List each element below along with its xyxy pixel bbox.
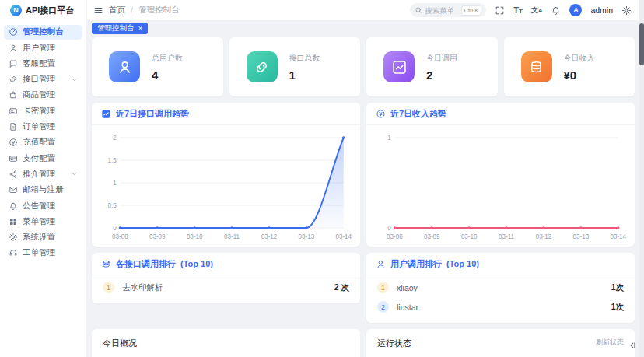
run-status-panel: 运行状态 刷新状态 xyxy=(366,329,635,357)
sidebar-item-ticket-mgmt[interactable]: 工单管理 xyxy=(4,246,82,261)
sidebar-item-support-config[interactable]: 客服配置 xyxy=(4,57,82,72)
collapse-panel-icon[interactable] xyxy=(627,340,638,351)
sidebar-item-recharge-config[interactable]: 充值配置 xyxy=(4,135,82,150)
sidebar-item-mail-register[interactable]: 邮箱与注册 xyxy=(4,183,82,198)
calls-trend-chart: 00.511.5203-0803-0903-1003-1103-1203-130… xyxy=(92,125,360,247)
stats-row: 总用户数4接口总数1今日调用2今日收入¥0 xyxy=(92,37,635,96)
today-overview-title: 今日概况 xyxy=(103,338,137,349)
trend-icon xyxy=(383,51,415,82)
svg-text:03-13: 03-13 xyxy=(299,233,315,240)
chart-icon xyxy=(101,109,111,119)
user-icon xyxy=(109,51,140,82)
sidebar-menu: 管理控制台用户管理客服配置接口管理商品管理卡密管理订单管理充值配置支付配置推介管… xyxy=(0,20,86,261)
coin-icon xyxy=(376,109,386,119)
sidebar-item-user-mgmt[interactable]: 用户管理 xyxy=(4,40,82,55)
search-input[interactable] xyxy=(425,6,458,15)
stat-value: 1 xyxy=(289,68,320,82)
rank-badge: 2 xyxy=(377,301,389,313)
sidebar-item-menu-mgmt[interactable]: 菜单管理 xyxy=(4,215,82,229)
content: 总用户数4接口总数1今日调用2今日收入¥0 近7日接口调用趋势 00.511.5… xyxy=(87,34,639,357)
app-logo-icon: N xyxy=(10,5,22,16)
svg-text:03-13: 03-13 xyxy=(573,233,590,240)
svg-text:03-09: 03-09 xyxy=(149,233,166,240)
bag-icon xyxy=(9,90,18,100)
settings-icon[interactable] xyxy=(621,5,632,16)
sidebar-item-label: 商品管理 xyxy=(23,89,55,100)
notifications-icon[interactable] xyxy=(551,5,561,16)
sidebar-item-label: 菜单管理 xyxy=(23,216,55,227)
user-icon xyxy=(376,259,386,269)
breadcrumb-separator: / xyxy=(131,5,133,15)
api-ranking-top-label: (Top 10) xyxy=(180,259,213,268)
sidebar-item-label: 管理控制台 xyxy=(23,26,64,37)
top-header: 首页 / 管理控制台 Ctrl K TT 文A A admin xyxy=(87,0,639,20)
sidebar-item-announcement[interactable]: 公告管理 xyxy=(4,198,82,213)
font-size-icon[interactable]: TT xyxy=(513,6,523,15)
breadcrumb-home[interactable]: 首页 xyxy=(109,5,125,16)
income-trend-chart: 0103-0803-0903-1003-1103-1203-1303-14 xyxy=(366,125,635,247)
rank-count: 1次 xyxy=(611,302,624,313)
sidebar-item-system-settings[interactable]: 系统设置 xyxy=(4,230,82,245)
fullscreen-icon[interactable] xyxy=(495,5,505,16)
share-icon xyxy=(9,170,18,179)
ranking-row: 1xliaoy1次 xyxy=(377,278,624,297)
sidebar-item-label: 接口管理 xyxy=(23,74,55,85)
rank-count: 1次 xyxy=(611,282,624,293)
svg-text:03-08: 03-08 xyxy=(387,233,403,240)
scrollbar-track[interactable] xyxy=(639,0,644,357)
sidebar-item-cardkey-mgmt[interactable]: 卡密管理 xyxy=(4,103,82,118)
sidebar-item-payment-config[interactable]: 支付配置 xyxy=(4,151,82,166)
tab-dashboard[interactable]: 管理控制台 × xyxy=(92,23,148,34)
rank-badge: 1 xyxy=(103,282,114,293)
calls-trend-header: 近7日接口调用趋势 xyxy=(92,103,360,125)
refresh-status-link[interactable]: 刷新状态 xyxy=(596,338,624,348)
link-icon xyxy=(247,51,278,82)
today-overview-panel: 今日概况 xyxy=(92,329,360,357)
user-name[interactable]: admin xyxy=(590,5,613,15)
sidebar-item-label: 充值配置 xyxy=(23,137,55,148)
income-trend-svg: 0103-0803-0903-1003-1103-1203-1303-14 xyxy=(373,127,628,243)
rank-count: 2 次 xyxy=(334,282,349,293)
sidebar-item-label: 系统设置 xyxy=(23,232,55,243)
api-ranking-header: 各接口调用排行 (Top 10) xyxy=(92,253,360,275)
menu-search[interactable]: Ctrl K xyxy=(410,3,487,17)
translate-icon[interactable]: 文A xyxy=(531,7,542,14)
svg-text:03-10: 03-10 xyxy=(187,233,203,240)
svg-text:03-08: 03-08 xyxy=(112,233,128,240)
sidebar-item-order-mgmt[interactable]: 订单管理 xyxy=(4,120,82,135)
sidebar-item-label: 邮箱与注册 xyxy=(23,184,64,195)
card-icon xyxy=(9,107,18,116)
sidebar-item-dashboard[interactable]: 管理控制台 xyxy=(4,25,82,40)
stat-value: ¥0 xyxy=(564,68,595,82)
stat-label: 总用户数 xyxy=(152,53,183,64)
collapse-sidebar-icon[interactable] xyxy=(93,5,103,16)
sidebar-item-label: 卡密管理 xyxy=(23,106,55,117)
gear-icon xyxy=(9,233,18,242)
file-icon xyxy=(9,122,18,131)
coins-icon xyxy=(101,259,111,269)
rank-name: xliaoy xyxy=(397,283,418,292)
api-ranking-list: 1去水印解析2 次 xyxy=(92,275,360,303)
stat-card-today-calls: 今日调用2 xyxy=(366,37,498,96)
sidebar: N API接口平台 管理控制台用户管理客服配置接口管理商品管理卡密管理订单管理充… xyxy=(0,0,87,357)
avatar[interactable]: A xyxy=(569,4,582,16)
stat-card-today-income: 今日收入¥0 xyxy=(504,37,635,96)
sidebar-item-referral-mgmt[interactable]: 推介管理 xyxy=(4,167,82,182)
svg-text:0.5: 0.5 xyxy=(107,202,117,209)
sidebar-item-label: 用户管理 xyxy=(23,43,55,54)
close-icon[interactable]: × xyxy=(138,25,143,33)
ranking-row: 2liustar1次 xyxy=(377,297,624,317)
sidebar-item-product-mgmt[interactable]: 商品管理 xyxy=(4,88,82,103)
scrollbar-thumb[interactable] xyxy=(639,23,644,65)
coins-icon xyxy=(521,51,552,82)
stat-card-total-apis: 接口总数1 xyxy=(229,37,361,96)
rank-name: 去水印解析 xyxy=(122,282,163,293)
main-area: 首页 / 管理控制台 Ctrl K TT 文A A admin 管理控制台 × … xyxy=(87,0,639,357)
sidebar-item-api-mgmt[interactable]: 接口管理 xyxy=(4,72,82,87)
stat-card-total-users: 总用户数4 xyxy=(92,37,223,96)
link-icon xyxy=(9,75,18,84)
user-ranking-title: 用户调用排行 xyxy=(390,258,442,270)
svg-text:03-12: 03-12 xyxy=(261,233,278,240)
stat-label: 今日收入 xyxy=(564,53,595,64)
recharge-icon xyxy=(9,138,18,147)
